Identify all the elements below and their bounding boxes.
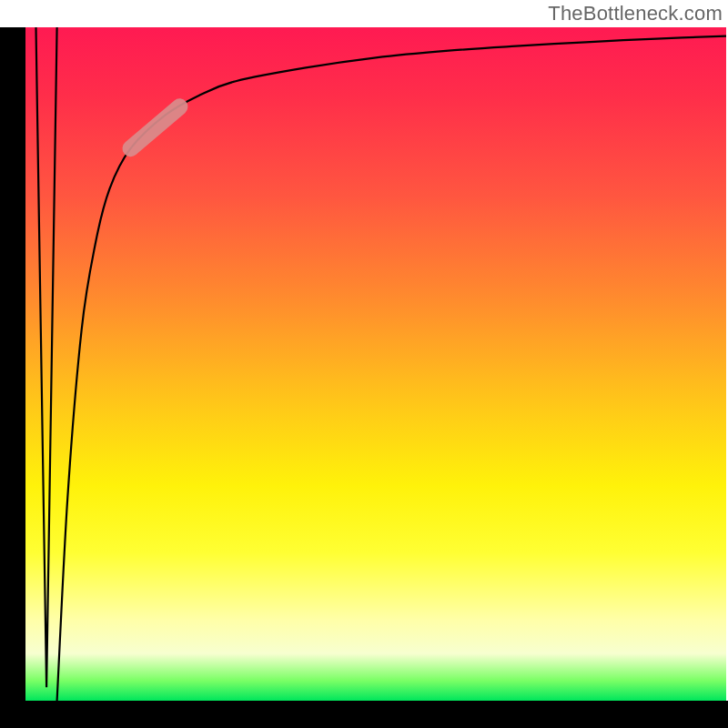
highlight-pill bbox=[131, 106, 180, 148]
chart-container: TheBottleneck.com bbox=[0, 0, 728, 728]
watermark-text: TheBottleneck.com bbox=[548, 2, 723, 25]
chart-svg bbox=[25, 27, 726, 701]
curve-spike bbox=[36, 27, 57, 687]
y-axis-frame bbox=[0, 27, 25, 728]
plot-area bbox=[25, 27, 726, 701]
x-axis-frame bbox=[0, 701, 728, 728]
